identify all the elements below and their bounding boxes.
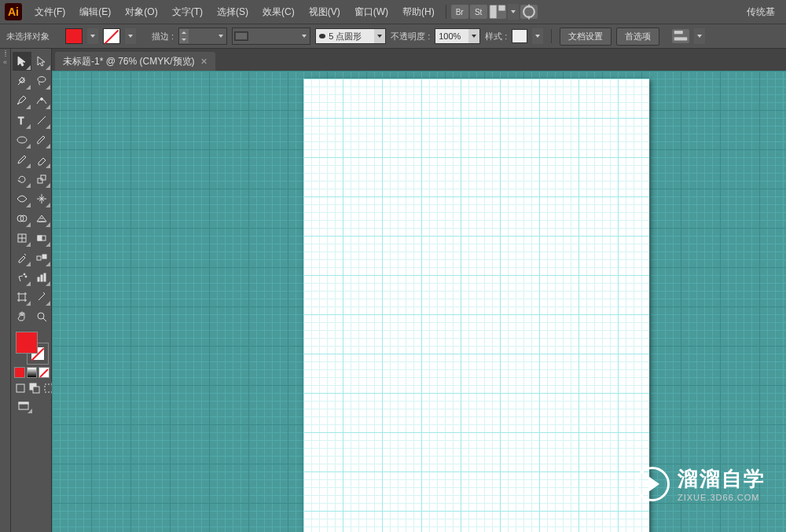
opacity-input[interactable]: 100%	[435, 28, 480, 44]
scale-tool[interactable]	[32, 170, 51, 189]
fill-stroke-indicator[interactable]	[13, 330, 51, 365]
type-tool[interactable]: T	[13, 111, 31, 130]
menu-type[interactable]: 文字(T)	[166, 2, 209, 22]
opacity-dropdown[interactable]	[468, 29, 479, 43]
column-graph-tool[interactable]	[32, 268, 51, 287]
width-tool[interactable]	[13, 189, 31, 208]
rectangle-tool[interactable]	[13, 130, 31, 149]
selection-status: 未选择对象	[6, 31, 50, 42]
fill-color-box[interactable]	[16, 332, 38, 354]
main-area: « T	[0, 49, 786, 532]
stroke-dropdown[interactable]	[125, 28, 136, 44]
color-mode-solid[interactable]	[14, 367, 25, 378]
lasso-tool[interactable]	[32, 72, 51, 90]
svg-point-20	[25, 276, 27, 277]
hand-tool[interactable]	[13, 307, 31, 326]
rotate-tool[interactable]	[13, 170, 31, 189]
screen-mode-icon[interactable]	[14, 398, 33, 414]
curvature-tool[interactable]	[32, 91, 51, 110]
menu-object[interactable]: 对象(O)	[119, 2, 163, 22]
draw-behind-icon[interactable]	[28, 382, 41, 394]
paintbrush-tool[interactable]	[32, 130, 51, 149]
direct-selection-tool[interactable]	[32, 52, 51, 71]
collapse-arrows-icon[interactable]: «	[0, 58, 10, 66]
svg-point-19	[24, 273, 25, 275]
variable-width-profile[interactable]	[232, 28, 310, 45]
graphic-style-dropdown[interactable]	[532, 28, 543, 44]
svg-rect-1	[498, 6, 505, 11]
menu-file[interactable]: 文件(F)	[28, 2, 72, 22]
arrange-docs-dropdown[interactable]	[508, 4, 519, 20]
grip-icon[interactable]	[0, 50, 10, 57]
eyedropper-tool[interactable]	[13, 248, 31, 267]
menu-select[interactable]: 选择(S)	[211, 2, 255, 22]
canvas-viewport[interactable]: 溜溜自学 ZIXUE.3D66.COM	[52, 71, 786, 532]
selection-tool[interactable]	[13, 52, 31, 71]
play-icon	[635, 467, 670, 501]
perspective-grid-tool[interactable]	[32, 209, 51, 228]
color-mode-gradient[interactable]	[27, 367, 38, 378]
close-tab-icon[interactable]: ×	[201, 56, 208, 67]
stroke-weight-field[interactable]	[189, 29, 215, 43]
stroke-weight-input[interactable]	[178, 28, 227, 45]
symbol-sprayer-tool[interactable]	[13, 268, 31, 287]
slice-tool[interactable]	[32, 288, 51, 306]
separator	[551, 29, 552, 43]
separator	[446, 5, 446, 19]
gpu-icon[interactable]	[520, 5, 538, 19]
fill-dropdown[interactable]	[87, 28, 98, 44]
line-tool[interactable]	[32, 111, 51, 130]
stock-icon[interactable]: St	[470, 5, 487, 19]
pen-tool[interactable]	[13, 91, 31, 110]
swap-fill-stroke-icon[interactable]	[40, 330, 50, 339]
svg-rect-4	[674, 37, 688, 40]
align-dropdown[interactable]	[694, 28, 705, 44]
eraser-tool[interactable]	[32, 150, 51, 169]
fill-swatch[interactable]	[65, 28, 83, 44]
svg-rect-23	[44, 273, 46, 281]
artboard-tool[interactable]	[13, 288, 31, 306]
color-mode-none[interactable]	[39, 367, 50, 378]
menu-effect[interactable]: 效果(C)	[256, 2, 301, 22]
menu-edit[interactable]: 编辑(E)	[73, 2, 117, 22]
app-logo: Ai	[5, 3, 22, 20]
profile-dropdown[interactable]	[299, 28, 310, 44]
default-fill-stroke-icon[interactable]	[13, 355, 22, 365]
magic-wand-tool[interactable]	[13, 72, 31, 90]
menu-view[interactable]: 视图(V)	[303, 2, 347, 22]
svg-rect-21	[38, 277, 39, 281]
svg-rect-3	[674, 31, 683, 34]
draw-normal-icon[interactable]	[14, 382, 27, 394]
mesh-tool[interactable]	[13, 229, 31, 248]
stroke-up-icon[interactable]	[179, 29, 189, 36]
shape-builder-tool[interactable]	[13, 209, 31, 228]
brush-dropdown[interactable]	[374, 29, 385, 43]
document-tab[interactable]: 未标题-1* @ 76% (CMYK/预览) ×	[55, 52, 215, 71]
svg-rect-27	[17, 384, 24, 392]
zoom-tool[interactable]	[32, 307, 51, 326]
brush-name: 5 点圆形	[325, 31, 365, 42]
pencil-tool[interactable]	[13, 150, 31, 169]
menu-help[interactable]: 帮助(H)	[396, 2, 441, 22]
svg-rect-17	[37, 256, 41, 260]
brush-definition[interactable]: 5 点圆形	[315, 28, 386, 44]
align-icon[interactable]	[672, 29, 689, 43]
artboard[interactable]	[303, 79, 649, 532]
document-tab-title: 未标题-1* @ 76% (CMYK/预览)	[63, 55, 195, 68]
stroke-weight-dropdown[interactable]	[215, 28, 226, 44]
workspace-switcher[interactable]: 传统基	[740, 2, 781, 22]
graphic-style-swatch[interactable]	[512, 29, 527, 43]
preferences-button[interactable]: 首选项	[616, 28, 659, 46]
blend-tool[interactable]	[32, 248, 51, 267]
free-transform-tool[interactable]	[32, 189, 51, 208]
bridge-icon[interactable]: Br	[451, 5, 468, 19]
document-setup-button[interactable]: 文档设置	[560, 28, 612, 46]
svg-point-25	[38, 313, 44, 319]
stroke-down-icon[interactable]	[179, 36, 189, 43]
panel-collapse-strip[interactable]: «	[0, 49, 11, 532]
stroke-swatch[interactable]	[103, 28, 120, 44]
menu-window[interactable]: 窗口(W)	[348, 2, 395, 22]
arrange-docs-icon[interactable]	[489, 5, 506, 19]
opacity-value[interactable]: 100%	[435, 31, 464, 41]
gradient-tool[interactable]	[32, 229, 51, 248]
